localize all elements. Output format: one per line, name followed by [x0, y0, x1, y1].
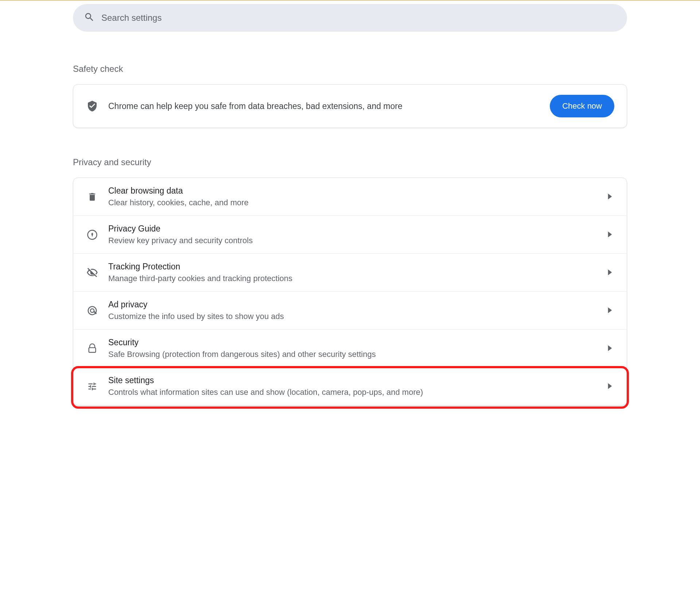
- row-text: Security Safe Browsing (protection from …: [108, 338, 598, 359]
- row-text: Ad privacy Customize the info used by si…: [108, 300, 598, 321]
- security-row[interactable]: Security Safe Browsing (protection from …: [73, 330, 627, 368]
- chevron-right-icon: [608, 383, 614, 390]
- chevron-right-icon: [608, 269, 614, 276]
- trash-icon: [86, 190, 99, 203]
- chevron-right-icon: [608, 194, 614, 200]
- shield-check-icon: [86, 100, 99, 113]
- row-subtitle: Manage third-party cookies and tracking …: [108, 274, 598, 283]
- search-bar[interactable]: [73, 4, 627, 32]
- chevron-right-icon: [608, 232, 614, 238]
- row-title: Tracking Protection: [108, 262, 598, 272]
- chevron-right-icon: [608, 307, 614, 314]
- privacy-card: Clear browsing data Clear history, cooki…: [73, 178, 627, 405]
- ad-privacy-row[interactable]: Ad privacy Customize the info used by si…: [73, 292, 627, 330]
- safety-check-heading: Safety check: [73, 64, 627, 74]
- clear-browsing-data-row[interactable]: Clear browsing data Clear history, cooki…: [73, 178, 627, 216]
- tune-icon: [86, 380, 99, 393]
- check-now-button[interactable]: Check now: [550, 95, 614, 117]
- privacy-heading: Privacy and security: [73, 157, 627, 167]
- row-title: Ad privacy: [108, 300, 598, 310]
- row-subtitle: Safe Browsing (protection from dangerous…: [108, 350, 598, 359]
- svg-point-2: [90, 309, 94, 312]
- row-subtitle: Customize the info used by sites to show…: [108, 312, 598, 321]
- row-text: Clear browsing data Clear history, cooki…: [108, 186, 598, 207]
- safety-check-card: Chrome can help keep you safe from data …: [73, 84, 627, 128]
- site-settings-row[interactable]: Site settings Controls what information …: [73, 368, 627, 405]
- tracking-protection-row[interactable]: Tracking Protection Manage third-party c…: [73, 254, 627, 292]
- target-icon: [86, 304, 99, 317]
- privacy-guide-row[interactable]: Privacy Guide Review key privacy and sec…: [73, 216, 627, 254]
- compass-icon: [86, 228, 99, 241]
- chevron-right-icon: [608, 345, 614, 352]
- safety-check-description: Chrome can help keep you safe from data …: [108, 101, 540, 111]
- svg-rect-3: [89, 347, 96, 352]
- row-title: Privacy Guide: [108, 224, 598, 234]
- safety-check-row: Chrome can help keep you safe from data …: [73, 85, 627, 128]
- row-subtitle: Controls what information sites can use …: [108, 388, 598, 397]
- row-title: Security: [108, 338, 598, 347]
- eye-off-icon: [86, 266, 99, 279]
- lock-icon: [86, 342, 99, 355]
- row-title: Clear browsing data: [108, 186, 598, 196]
- top-border-accent: [0, 0, 700, 1]
- row-title: Site settings: [108, 376, 598, 385]
- search-icon: [84, 12, 95, 24]
- row-subtitle: Clear history, cookies, cache, and more: [108, 198, 598, 207]
- settings-page: Safety check Chrome can help keep you sa…: [69, 4, 631, 405]
- row-text: Tracking Protection Manage third-party c…: [108, 262, 598, 283]
- search-input[interactable]: [101, 13, 616, 23]
- row-text: Privacy Guide Review key privacy and sec…: [108, 224, 598, 245]
- row-subtitle: Review key privacy and security controls: [108, 236, 598, 245]
- row-text: Site settings Controls what information …: [108, 376, 598, 397]
